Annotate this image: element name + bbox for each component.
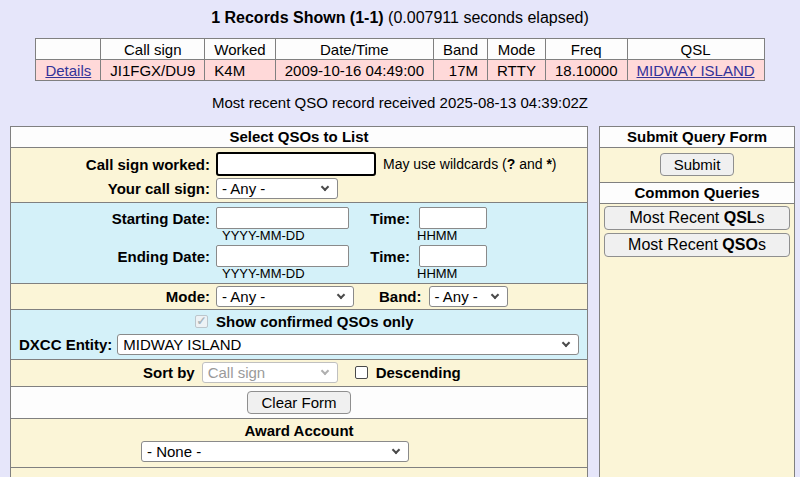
col-header-band: Band bbox=[434, 39, 488, 60]
qso-results-table: Call sign Worked Date/Time Band Mode Fre… bbox=[35, 38, 764, 81]
confirmed-only-label: Show confirmed QSOs only bbox=[216, 313, 414, 330]
chevron-down-icon bbox=[392, 446, 400, 454]
dxcc-entity-value: MIDWAY ISLAND bbox=[123, 336, 241, 353]
date-format-hint: YYYY-MM-DD bbox=[222, 229, 417, 243]
cell-band: 17M bbox=[434, 60, 488, 81]
mode-select[interactable]: - Any - bbox=[216, 286, 354, 307]
cell-freq: 18.10000 bbox=[545, 60, 627, 81]
confirmed-only-checkbox[interactable]: ✓ bbox=[195, 315, 208, 328]
dxcc-entity-label: DXCC Entity: bbox=[19, 336, 112, 353]
starting-date-label: Starting Date: bbox=[11, 210, 216, 227]
content-area: Select QSOs to List Call sign worked: Ma… bbox=[0, 126, 800, 477]
wildcards-hint-end: ) bbox=[552, 156, 557, 172]
query-sidebar: Submit Query Form Submit Common Queries … bbox=[599, 126, 795, 477]
chevron-down-icon bbox=[490, 291, 498, 299]
form-empty-row bbox=[11, 467, 587, 477]
records-count-text: 1 Records Shown (1-1) bbox=[211, 9, 383, 26]
your-call-sign-label: Your call sign: bbox=[11, 180, 216, 197]
ending-date-label: Ending Date: bbox=[11, 248, 216, 265]
sort-by-value: Call sign bbox=[208, 364, 266, 381]
col-header-blank bbox=[36, 39, 101, 60]
chevron-down-icon bbox=[321, 183, 329, 191]
award-account-value: - None - bbox=[147, 443, 201, 460]
mode-label: Mode: bbox=[11, 288, 216, 305]
col-header-callsign: Call sign bbox=[101, 39, 205, 60]
check-icon: ✓ bbox=[196, 314, 206, 328]
wildcard-question: ? bbox=[507, 156, 516, 172]
award-account-header: Award Account bbox=[11, 419, 587, 439]
wildcards-hint-mid: and bbox=[515, 156, 546, 172]
table-row: Details JI1FGX/DU9 K4M 2009-10-16 04:49:… bbox=[36, 60, 764, 81]
starting-time-label: Time: bbox=[362, 210, 410, 227]
ending-date-input[interactable] bbox=[216, 245, 349, 267]
starting-time-input[interactable] bbox=[419, 207, 487, 229]
qsl-button-bold: QSL bbox=[724, 209, 757, 226]
mode-value: - Any - bbox=[222, 288, 265, 305]
wildcards-hint-text: May use wildcards ( bbox=[383, 156, 507, 172]
chevron-down-icon bbox=[320, 367, 328, 375]
qso-button-text: Most Recent bbox=[628, 236, 722, 253]
ending-time-input[interactable] bbox=[419, 245, 487, 267]
cell-callsign: JI1FGX/DU9 bbox=[101, 60, 205, 81]
award-account-select[interactable]: - None - bbox=[141, 441, 409, 462]
call-sign-worked-input[interactable] bbox=[216, 152, 376, 176]
col-header-datetime: Date/Time bbox=[275, 39, 433, 60]
your-call-sign-select[interactable]: - Any - bbox=[216, 178, 338, 199]
clear-form-button[interactable]: Clear Form bbox=[247, 391, 350, 414]
submit-button[interactable]: Submit bbox=[660, 153, 735, 176]
cell-datetime: 2009-10-16 04:49:00 bbox=[275, 60, 433, 81]
col-header-qsl: QSL bbox=[627, 39, 764, 60]
details-link[interactable]: Details bbox=[45, 62, 91, 79]
cell-worked: K4M bbox=[205, 60, 275, 81]
sort-by-label: Sort by bbox=[143, 364, 195, 381]
common-queries-header: Common Queries bbox=[600, 183, 794, 204]
sort-by-select[interactable]: Call sign bbox=[202, 362, 338, 383]
elapsed-time-text: (0.007911 seconds elapsed) bbox=[384, 9, 589, 26]
descending-label: Descending bbox=[376, 364, 461, 381]
dxcc-entity-select[interactable]: MIDWAY ISLAND bbox=[117, 334, 579, 355]
qsl-entity-link[interactable]: MIDWAY ISLAND bbox=[637, 62, 755, 79]
time-format-hint: HHMM bbox=[417, 267, 457, 281]
cell-mode: RTTY bbox=[488, 60, 546, 81]
date-format-hint: YYYY-MM-DD bbox=[222, 267, 417, 281]
qsl-button-text: Most Recent bbox=[629, 209, 723, 226]
descending-checkbox[interactable] bbox=[355, 366, 368, 379]
form-title: Select QSOs to List bbox=[11, 127, 587, 148]
col-header-freq: Freq bbox=[545, 39, 627, 60]
most-recent-qsos-button[interactable]: Most Recent QSOs bbox=[604, 233, 790, 257]
starting-date-input[interactable] bbox=[216, 207, 349, 229]
call-sign-worked-label: Call sign worked: bbox=[11, 156, 216, 173]
band-select[interactable]: - Any - bbox=[429, 286, 508, 307]
records-shown-title: 1 Records Shown (1-1) (0.007911 seconds … bbox=[0, 0, 800, 27]
qsl-button-suffix: s bbox=[757, 209, 765, 226]
qso-button-bold: QSO bbox=[722, 236, 758, 253]
wildcards-hint: May use wildcards (? and *) bbox=[383, 156, 557, 172]
col-header-mode: Mode bbox=[488, 39, 546, 60]
results-header-row: Call sign Worked Date/Time Band Mode Fre… bbox=[36, 39, 764, 60]
time-format-hint: HHMM bbox=[417, 229, 457, 243]
chevron-down-icon bbox=[562, 339, 570, 347]
qso-button-suffix: s bbox=[758, 236, 766, 253]
col-header-worked: Worked bbox=[205, 39, 275, 60]
chevron-down-icon bbox=[337, 291, 345, 299]
band-value: - Any - bbox=[435, 288, 478, 305]
your-call-sign-value: - Any - bbox=[222, 180, 265, 197]
most-recent-qsls-button[interactable]: Most Recent QSLs bbox=[604, 206, 790, 230]
qso-query-form: Select QSOs to List Call sign worked: Ma… bbox=[10, 126, 588, 477]
band-label: Band: bbox=[379, 288, 422, 305]
most-recent-qso-line: Most recent QSO record received 2025-08-… bbox=[0, 94, 800, 111]
ending-time-label: Time: bbox=[362, 248, 410, 265]
submit-query-header: Submit Query Form bbox=[600, 127, 794, 148]
